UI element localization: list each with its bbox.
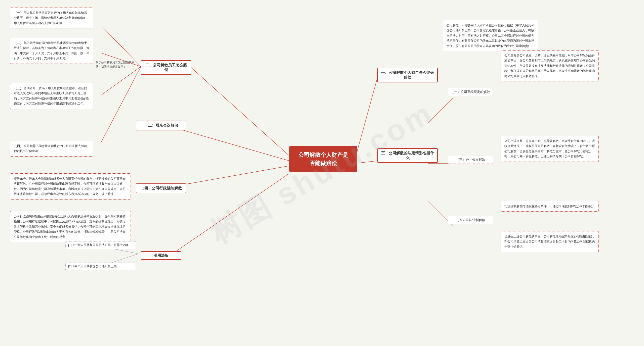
r1-content: 公司解散，不需要用个人财产承担公司债务，根据《中华人民共和国公司法》第三条，公司…: [443, 20, 538, 51]
l2-item-3: （三） 劳动者月工资高于用人单位所在直辖市、设区的市级人民政府公布的本地区上年度…: [10, 83, 93, 109]
r3-sub1-label: （一）公司章程规定的解散: [448, 88, 493, 96]
svg-line-0: [356, 78, 377, 156]
l2-item-4: （四） 公司领导不同意按法律执行的，可以直接去劳动仲裁提出补偿申请。: [10, 141, 93, 157]
l2-item-2: （二） 单位因劳动合同的解除或终止需要向劳动者给予经济补偿时，其标准为：劳动者在…: [10, 38, 93, 64]
svg-line-9: [101, 67, 141, 143]
r3-sub3-label: （三）合并分立解散: [448, 156, 493, 164]
l-shegu-content: 即股东会、股东大会决议解散或者一人有限责任公司的股东、外商投资的公司董事会决议解…: [10, 173, 131, 200]
center-node: 公司解散个人财产是否能做赔偿: [289, 146, 357, 172]
r3-branch-label: 三、公司解散的法定情形包括什么: [377, 148, 438, 163]
r3-sub5-content-top: 司法强制解散指法院在特定条件下，通过司法裁判解散公司的情况。: [501, 201, 599, 212]
watermark-text: 树图 shutu.com: [203, 92, 441, 254]
svg-line-5: [189, 65, 289, 156]
svg-line-11: [176, 166, 289, 186]
svg-line-2: [428, 98, 453, 123]
l2-item-1: （一） 用人单位被依法宣告破产的；用人单位被吊销营业执照、责令关闭、撤销或者用人…: [10, 8, 93, 28]
l2-branch-label: 二、公司解散员工怎么赔偿: [141, 60, 191, 75]
l-yinyong-item-2: [2]《中华人民共和国公司法》第三条: [65, 263, 136, 270]
l-shegu-label: （二）股东会议解散: [136, 121, 186, 130]
r3-sub3-content: 公司出现合并、分立事由时，也需要解散。当发生合并事由时，在吸收合并情况下，被收的…: [501, 136, 599, 162]
l2-intro: 关于公司解散员工怎么赔偿的问题，我国法律规定如下：: [96, 60, 138, 69]
svg-line-10: [176, 128, 289, 161]
r1-branch-label: 一、公司解散个人财产是否能做赔偿: [377, 68, 438, 82]
l-xingzheng-label: （四）公司行政强制解散: [136, 183, 186, 193]
l-yinyong-label: 引用法条: [141, 251, 181, 260]
center-label: 公司解散个人财产是否能做赔偿: [298, 152, 348, 166]
svg-line-8: [101, 67, 141, 95]
r3-sub1-content: 公司章程是公司成立、运营、终止的根本依据，对于公司解散的条件或者事由，在公司章程…: [501, 50, 599, 81]
r3-sub5-label: （五）司法强制解散: [448, 216, 493, 224]
svg-line-1: [356, 161, 377, 163]
l-xingzheng-content: 公司行政强制解散指公司因自身的违法行为而被依法吊销营业执照、责令关闭或者被撤销，…: [10, 211, 131, 242]
svg-line-12: [176, 173, 289, 251]
l-yinyong-item-1: [1]《中华人民共和国公司法》第一百零十四条: [65, 241, 136, 249]
r3-sub5-content-bottom: 当发生上述公司解散的事由，公司解散活动完毕后应办理注销登记，即公司清算组应当自公…: [501, 231, 599, 252]
